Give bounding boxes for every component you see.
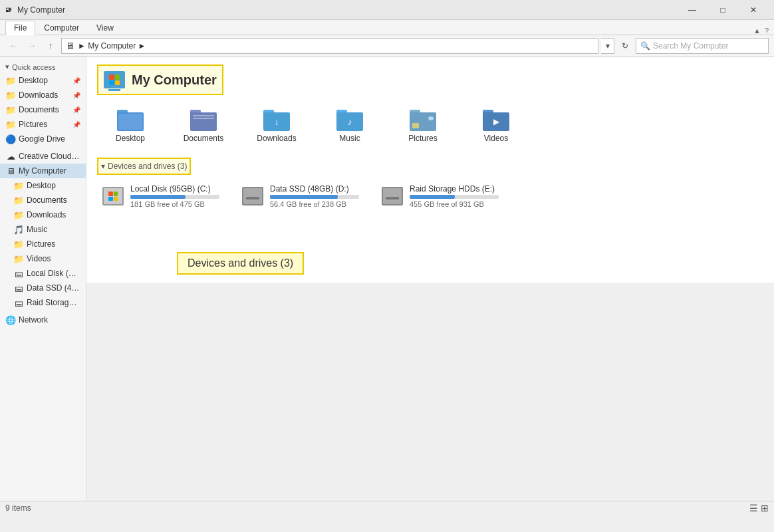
other-section: ☁ Creative Cloud Files 🖥 My Computer 📁 D… bbox=[0, 148, 86, 311]
sidebar-item-pictures[interactable]: 📁 Pictures 📌 bbox=[0, 117, 86, 132]
folder-icon: 📁 bbox=[5, 75, 16, 86]
sidebar-item-child-videos[interactable]: 📁 Videos bbox=[0, 251, 86, 266]
drive-c-fill bbox=[130, 195, 186, 199]
up-button[interactable]: ↑ bbox=[43, 38, 59, 54]
sidebar-label-child-music: Music bbox=[27, 225, 47, 234]
sidebar-item-documents[interactable]: 📁 Documents 📌 bbox=[0, 102, 86, 117]
folder-downloads[interactable]: ↓ Downloads bbox=[243, 106, 310, 147]
drive-e-space: 455 GB free of 931 GB bbox=[410, 200, 499, 208]
address-box[interactable]: 🖥 ► My Computer ► bbox=[61, 38, 598, 54]
drive-c[interactable]: Local Disk (95GB) (C:) 181 GB free of 47… bbox=[97, 180, 223, 212]
sidebar-item-data-ssd[interactable]: 🖴 Data SSD (48GB) (D: bbox=[0, 281, 86, 295]
drive-icon: 🖴 bbox=[13, 283, 24, 293]
folder-icon: 📁 bbox=[13, 180, 24, 191]
quick-access-header[interactable]: ▾ Quick access bbox=[0, 61, 86, 73]
sidebar-item-local-disk[interactable]: 🖴 Local Disk (95GB) (C: bbox=[0, 266, 86, 281]
downloads-label: Downloads bbox=[257, 134, 296, 143]
view-grid-icon[interactable]: ⊞ bbox=[761, 503, 769, 513]
search-box[interactable]: 🔍 Search My Computer bbox=[636, 38, 769, 54]
folder-documents[interactable]: Documents bbox=[170, 106, 237, 147]
tab-computer[interactable]: Computer bbox=[35, 21, 88, 35]
folder-videos[interactable]: ▶ Videos bbox=[463, 106, 529, 147]
status-items-count: 9 items bbox=[5, 503, 31, 513]
creative-cloud-icon: ☁ bbox=[5, 151, 16, 162]
tab-view[interactable]: View bbox=[88, 21, 122, 35]
search-placeholder: Search My Computer bbox=[653, 41, 728, 51]
pictures-folder-icon bbox=[410, 110, 436, 131]
sidebar-label-child-pictures: Pictures bbox=[27, 239, 55, 249]
pin-icon: 📌 bbox=[72, 106, 80, 114]
sidebar-label-raid: Raid Storage HDDs bbox=[27, 298, 80, 307]
drive-c-icon bbox=[101, 184, 125, 208]
sidebar-item-network[interactable]: 🌐 Network bbox=[0, 313, 86, 327]
windows-logo bbox=[109, 74, 120, 85]
address-path: ► My Computer ► bbox=[78, 41, 146, 51]
drive-d-info: Data SSD (48GB) (D:) 56.4 GB free of 238… bbox=[270, 184, 359, 208]
quick-access-section: ▾ Quick access 📁 Desktop 📌 📁 Downloads 📌… bbox=[0, 59, 86, 148]
drive-d-name: Data SSD (48GB) (D:) bbox=[270, 184, 359, 194]
documents-folder-icon bbox=[190, 110, 217, 131]
chevron-down-icon: ▾ bbox=[101, 162, 105, 171]
devices-section-label-text: Devices and drives (3) bbox=[108, 162, 187, 171]
pin-icon: 📌 bbox=[72, 77, 80, 84]
content: My Computer Desktop bbox=[86, 57, 774, 283]
network-icon: 🌐 bbox=[5, 315, 16, 325]
sidebar-label-downloads: Downloads bbox=[19, 90, 58, 100]
forward-button[interactable]: → bbox=[24, 38, 40, 54]
sidebar-item-creative-cloud[interactable]: ☁ Creative Cloud Files bbox=[0, 149, 86, 164]
pictures-label: Pictures bbox=[408, 134, 437, 143]
sidebar-item-child-desktop[interactable]: 📁 Desktop bbox=[0, 178, 86, 193]
maximize-button[interactable]: □ bbox=[708, 0, 738, 20]
drive-c-name: Local Disk (95GB) (C:) bbox=[130, 184, 219, 194]
drive-icon: 🖴 bbox=[13, 268, 24, 279]
close-button[interactable]: ✕ bbox=[738, 0, 769, 20]
drive-e-fill bbox=[410, 195, 455, 199]
titlebar: 🖳 My Computer — □ ✕ bbox=[0, 0, 774, 20]
folder-icon: 📁 bbox=[13, 239, 24, 249]
sidebar-item-my-computer[interactable]: 🖥 My Computer bbox=[0, 164, 86, 178]
drive-c-space: 181 GB free of 475 GB bbox=[130, 200, 219, 208]
tab-file[interactable]: File bbox=[5, 21, 35, 35]
sidebar-item-desktop[interactable]: 📁 Desktop 📌 bbox=[0, 73, 86, 88]
sidebar-label-desktop: Desktop bbox=[19, 76, 48, 85]
devices-section-header[interactable]: ▾ Devices and drives (3) bbox=[97, 158, 191, 175]
search-icon: 🔍 bbox=[640, 41, 650, 51]
music-icon: 🎵 bbox=[13, 224, 24, 235]
sidebar-item-googledrive[interactable]: 🔵 Google Drive bbox=[0, 132, 86, 146]
folder-music[interactable]: ♪ Music bbox=[317, 106, 383, 147]
sidebar-item-child-documents[interactable]: 📁 Documents bbox=[0, 193, 86, 207]
drive-e-bar bbox=[410, 195, 499, 199]
help-icon[interactable]: ? bbox=[765, 27, 769, 35]
folder-pictures[interactable]: Pictures bbox=[390, 106, 456, 147]
folders-grid: Desktop Documents bbox=[97, 106, 763, 147]
folder-icon: 📁 bbox=[5, 119, 16, 130]
sidebar-label-child-downloads: Downloads bbox=[27, 210, 66, 219]
titlebar-title: My Computer bbox=[17, 5, 65, 15]
addressbar: ← → ↑ 🖥 ► My Computer ► ▾ ↻ 🔍 Search My … bbox=[0, 35, 774, 57]
main-layout: ▾ Quick access 📁 Desktop 📌 📁 Downloads 📌… bbox=[0, 57, 774, 501]
drive-e-info: Raid Storage HDDs (E:) 455 GB free of 93… bbox=[410, 184, 499, 208]
sidebar-item-downloads[interactable]: 📁 Downloads 📌 bbox=[0, 88, 86, 102]
view-list-icon[interactable]: ☰ bbox=[749, 503, 758, 513]
drive-d-bar bbox=[270, 195, 359, 199]
folder-icon: 📁 bbox=[5, 90, 16, 100]
address-dropdown[interactable]: ▾ bbox=[601, 38, 614, 54]
drive-c-info: Local Disk (95GB) (C:) 181 GB free of 47… bbox=[130, 184, 219, 208]
ribbon-right: ▲ ? bbox=[753, 27, 769, 35]
minimize-button[interactable]: — bbox=[677, 0, 708, 20]
videos-label: Videos bbox=[484, 134, 508, 143]
folder-icon: 📁 bbox=[13, 195, 24, 205]
refresh-button[interactable]: ↻ bbox=[617, 38, 633, 54]
back-button[interactable]: ← bbox=[5, 38, 21, 54]
drive-d-space: 56.4 GB free of 238 GB bbox=[270, 200, 359, 208]
sidebar-item-child-downloads[interactable]: 📁 Downloads bbox=[0, 207, 86, 222]
drive-e[interactable]: Raid Storage HDDs (E:) 455 GB free of 93… bbox=[376, 180, 503, 212]
content-header: My Computer bbox=[97, 65, 223, 95]
sidebar-item-child-pictures[interactable]: 📁 Pictures bbox=[0, 237, 86, 251]
sidebar-item-child-music[interactable]: 🎵 Music bbox=[0, 222, 86, 237]
drive-d[interactable]: Data SSD (48GB) (D:) 56.4 GB free of 238… bbox=[237, 180, 363, 212]
sidebar-item-raid[interactable]: 🖴 Raid Storage HDDs bbox=[0, 295, 86, 310]
pin-icon: 📌 bbox=[72, 121, 80, 128]
folder-desktop[interactable]: Desktop bbox=[97, 106, 164, 147]
network-section: 🌐 Network bbox=[0, 311, 86, 329]
